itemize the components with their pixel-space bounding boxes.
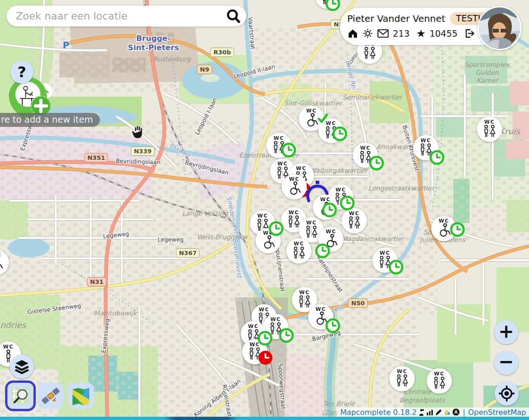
map-label: West-Bruggekw (197, 233, 248, 241)
logout-icon[interactable] (464, 28, 475, 39)
map-label: ndries (0, 320, 26, 330)
svg-text:Legeweg: Legeweg (158, 236, 184, 243)
background-option-osm[interactable] (68, 383, 94, 409)
svg-text:Sportcomplex: Sportcomplex (465, 61, 511, 68)
attribution-app-version[interactable]: Mapcomplete 0.18.2 (340, 408, 417, 417)
road-ref-badge: R30b (211, 48, 234, 57)
toilet-marker-mw[interactable] (476, 116, 503, 142)
map-label: Gulden (476, 69, 499, 76)
toilet-marker-wc[interactable] (312, 194, 338, 220)
svg-text:Begraafplaats: Begraafplaats (399, 396, 445, 404)
pencil-icon (435, 409, 442, 416)
svg-text:N339: N339 (134, 148, 152, 155)
toilet-marker-wc[interactable] (0, 249, 9, 276)
toilet-marker-mw[interactable] (286, 238, 312, 264)
toilet-marker-mw[interactable] (242, 339, 268, 365)
gear-icon[interactable] (362, 28, 373, 39)
toilet-marker-mw[interactable] (263, 314, 289, 340)
satellite-icon (40, 386, 61, 406)
toilet-marker-wc[interactable] (318, 226, 344, 252)
svg-text:Seminariekwartier: Seminariekwartier (343, 93, 403, 101)
add-item-tooltip: re to add a new item (0, 113, 100, 127)
toilet-marker-mw[interactable] (318, 118, 344, 144)
osm-copyright-icon (452, 408, 460, 416)
home-icon[interactable] (347, 28, 358, 39)
search-bar[interactable] (7, 6, 246, 26)
bottom-panel-edge[interactable] (0, 417, 529, 420)
map-label: Sint-Pieters (128, 43, 179, 52)
map-label: Sportcomplex (465, 61, 511, 68)
map-label: Longestraatkwartier (368, 184, 435, 192)
layers-icon (13, 358, 30, 375)
map-label: P (63, 39, 70, 51)
map-label: Legeweg (158, 236, 184, 243)
attribution-bar: Mapcomplete 0.18.2 | OpenStreetMap (337, 407, 529, 417)
svg-text:Magdalenakwartier: Magdalenakwartier (342, 235, 405, 243)
svg-text:N50: N50 (351, 300, 365, 307)
contributor-icon (418, 409, 424, 416)
svg-text:N9: N9 (200, 66, 209, 73)
toilet-marker-wc[interactable] (431, 216, 457, 242)
svg-text:ndries: ndries (0, 320, 26, 330)
toilet-marker-mw[interactable] (315, 0, 341, 9)
toilet-marker-wc[interactable] (281, 174, 307, 200)
road-ref-badge: N367 (176, 249, 199, 257)
changesets-count: 10455 (430, 28, 457, 39)
map-label: Kamer (476, 77, 499, 84)
toilet-marker-mw[interactable] (341, 208, 367, 234)
attribution-osm-link[interactable]: OpenStreetMap (468, 408, 526, 417)
svg-text:Brugge-: Brugge- (136, 34, 171, 43)
road-ref-badge: N31 (87, 277, 106, 286)
star-icon: ★ (416, 28, 426, 39)
toilet-marker-wc[interactable] (255, 228, 281, 254)
messages-count: 213 (393, 28, 410, 39)
map-label: Lange Vesting (182, 210, 229, 217)
theme-icon (444, 409, 450, 415)
zoom-out-button[interactable]: − (494, 351, 518, 375)
toilet-marker-mw[interactable] (266, 132, 292, 158)
zoom-in-label: + (498, 321, 514, 342)
toilet-marker-mw[interactable] (389, 366, 415, 392)
user-name: Pieter Vander Vennet (347, 13, 445, 24)
toilet-marker-mw[interactable] (372, 247, 398, 273)
road-ref-badge: N9 (197, 65, 212, 74)
help-button[interactable]: ? (10, 60, 33, 84)
svg-text:R30b: R30b (213, 49, 231, 56)
svg-text:Sint-Pieters: Sint-Pieters (128, 43, 179, 52)
map-label: Rustenburg (153, 55, 192, 63)
background-chooser (7, 383, 94, 409)
svg-text:Kamer: Kamer (476, 77, 499, 84)
toilet-marker-mw[interactable] (352, 142, 378, 168)
map-label: Brugge- (136, 34, 171, 43)
svg-text:Gulden: Gulden (476, 69, 499, 76)
svg-text:West-Bruggekw: West-Bruggekw (197, 233, 248, 241)
hand-cursor-icon (131, 125, 144, 139)
toilet-marker-mw[interactable] (426, 368, 452, 394)
svg-text:N367: N367 (179, 249, 197, 256)
toilet-marker-wc[interactable] (308, 304, 334, 330)
svg-text:Longestraatkwartier: Longestraatkwartier (368, 184, 435, 192)
zoom-in-button[interactable]: + (494, 320, 518, 344)
road-ref-badge: N351 (85, 153, 108, 162)
road-ref-badge: N50 (349, 299, 368, 308)
geolocate-button[interactable] (495, 381, 519, 406)
layers-button[interactable] (10, 354, 34, 379)
mail-icon[interactable] (377, 28, 389, 39)
map-label: Manitobawijk (94, 309, 138, 317)
svg-text:P: P (63, 39, 70, 51)
search-input[interactable] (15, 10, 225, 22)
road-ref-badge: N339 (131, 147, 154, 156)
map-label: Seminariekwartier (343, 93, 403, 101)
svg-text:Lange Vesting: Lange Vesting (182, 210, 229, 217)
map-label: Ten Briele (323, 400, 356, 407)
svg-text:N351: N351 (87, 154, 105, 161)
folded-map-icon (71, 386, 91, 406)
background-option-map[interactable] (7, 383, 33, 409)
search-icon[interactable] (225, 8, 242, 25)
toilet-marker-mw[interactable] (413, 135, 439, 161)
background-option-satellite[interactable] (38, 383, 64, 409)
svg-text:Rustenburg: Rustenburg (153, 55, 192, 63)
avatar[interactable] (477, 6, 522, 50)
attribution-separator: | (463, 408, 465, 417)
zoom-out-label: − (498, 351, 514, 372)
